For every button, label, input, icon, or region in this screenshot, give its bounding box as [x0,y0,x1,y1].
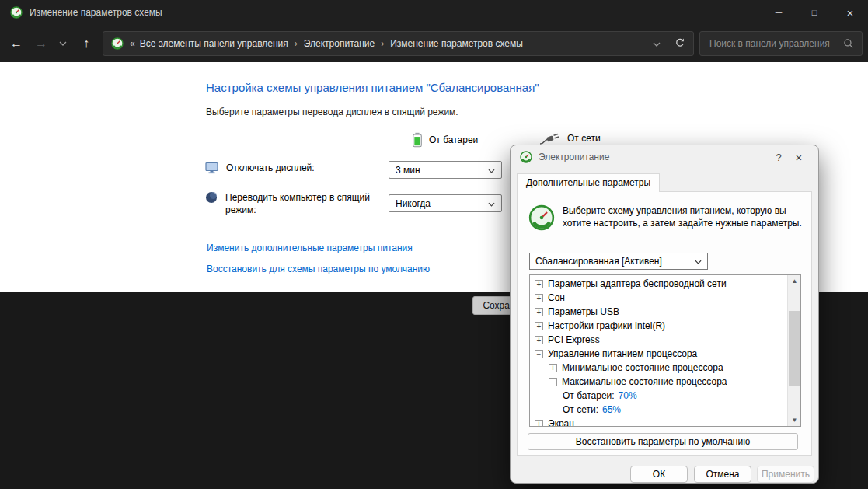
scroll-up-icon[interactable]: ▲ [788,275,801,287]
window-title: Изменение параметров схемы [30,7,162,18]
power-meter-icon [528,204,555,231]
tree-item-processor-power[interactable]: − Управление питанием процессора [530,347,800,361]
tree-item-on-battery-setting[interactable]: От батареи: 70% [530,389,800,403]
tree-item-plugged-in-setting[interactable]: От сети: 65% [530,403,800,417]
expand-icon[interactable]: + [535,420,543,428]
plugged-in-column-header: От сети [539,131,601,145]
apply-button[interactable]: Применить [757,466,814,483]
turn-off-display-label: Отключать дисплей: [226,162,315,174]
minimize-button[interactable]: ─ [761,0,797,25]
breadcrumb-segment-control-panel[interactable]: Все элементы панели управления [140,38,288,49]
up-button[interactable]: ↑ [75,31,98,56]
scrollbar-thumb[interactable] [789,311,800,386]
tab-advanced-settings[interactable]: Дополнительные параметры [517,173,660,192]
on-battery-value[interactable]: 70% [619,390,637,401]
expand-icon[interactable]: + [535,308,543,316]
select-chevron-icon [695,256,702,267]
tree-item-wireless-adapter[interactable]: + Параметры адаптера беспроводной сети [530,277,800,291]
turn-off-display-value: 3 мин [396,165,420,176]
expand-icon[interactable]: + [535,280,543,288]
refresh-icon[interactable] [675,37,685,51]
help-button[interactable]: ? [769,152,789,163]
sleep-value: Никогда [396,198,431,209]
select-chevron-icon [488,165,495,176]
forward-button[interactable]: → [30,31,53,56]
close-button[interactable]: × [832,0,868,25]
tree-item-label: Минимальное состояние процессора [562,362,723,373]
breadcrumb-separator-icon: › [295,38,298,49]
breadcrumb-segment-edit-plan[interactable]: Изменение параметров схемы [390,38,523,49]
collapse-icon[interactable]: − [535,350,543,358]
turn-off-display-select[interactable]: 3 мин [389,161,502,179]
tree-item-label: От сети: [563,404,598,415]
search-input[interactable] [708,37,843,50]
maximize-button[interactable]: □ [797,0,832,25]
tree-item-max-processor-state[interactable]: − Максимальное состояние процессора [530,375,800,389]
select-chevron-icon [488,198,495,209]
power-options-icon [520,151,532,163]
dialog-title: Электропитание [539,152,609,162]
sleep-label: Переводить компьютер в спящий режим: [225,191,385,216]
restore-plan-defaults-button[interactable]: Восстановить параметры по умолчанию [528,433,798,450]
expand-icon[interactable]: + [535,294,543,302]
window-titlebar: Изменение параметров схемы ─ □ × [0,0,868,25]
plug-icon [539,131,561,145]
tree-item-label: Настройки графики Intel(R) [548,320,665,331]
tree-item-display[interactable]: + Экран [530,417,800,427]
turn-off-display-row: Отключать дисплей: [205,162,315,174]
on-battery-label: От батареи [429,134,478,145]
tree-item-label: Сон [548,292,565,303]
recent-pages-chevron-icon[interactable] [54,31,71,56]
plugged-in-value[interactable]: 65% [602,404,621,415]
tree-item-label: От батареи: [563,390,615,401]
address-dropdown-chevron-icon[interactable] [653,38,661,49]
restore-default-settings-link[interactable]: Восстановить для схемы параметры по умол… [207,264,430,274]
ok-button[interactable]: ОК [630,466,688,483]
on-battery-column-header: От батареи [412,131,478,148]
search-icon[interactable] [843,38,854,49]
tree-item-min-processor-state[interactable]: + Минимальное состояние процессора [530,361,800,375]
expand-icon[interactable]: + [535,336,543,344]
tree-item-label: Параметры адаптера беспроводной сети [548,278,727,289]
tree-item-label: Экран [548,418,574,427]
advanced-power-settings-link[interactable]: Изменить дополнительные параметры питани… [207,243,413,253]
dialog-description: Выберите схему управления питанием, кото… [563,204,804,229]
display-icon [205,162,218,174]
sleep-row: Переводить компьютер в спящий режим: [205,191,385,216]
dialog-close-button[interactable]: × [789,151,809,164]
power-scheme-select[interactable]: Сбалансированная [Активен] [529,253,708,270]
breadcrumb-collapse-chevron[interactable]: « [130,38,135,49]
plugged-in-label: От сети [567,133,601,144]
tree-item-label: Управление питанием процессора [548,348,697,359]
tree-item-usb[interactable]: + Параметры USB [530,305,800,319]
breadcrumb-separator-icon: › [381,38,384,49]
scroll-down-icon[interactable]: ▼ [788,414,801,426]
power-options-icon [10,6,23,19]
advanced-settings-panel: Выберите схему управления питанием, кото… [517,191,812,456]
breadcrumb-segment-power-options[interactable]: Электропитание [304,38,375,49]
tree-scrollbar[interactable]: ▲ ▼ [787,275,800,426]
breadcrumb[interactable]: « Все элементы панели управления › Элект… [103,31,694,56]
advanced-settings-tree[interactable]: + Параметры адаптера беспроводной сети +… [529,274,801,427]
dialog-titlebar: Электропитание ? × [511,145,818,169]
tree-item-intel-graphics[interactable]: + Настройки графики Intel(R) [530,319,800,333]
expand-icon[interactable]: + [549,364,557,372]
page-subtitle: Выберите параметры перевода дисплея в сп… [206,107,458,117]
search-box[interactable] [699,31,863,56]
sleep-select[interactable]: Никогда [389,194,502,212]
cancel-button[interactable]: Отмена [694,466,751,483]
breadcrumb-page-icon [111,37,124,50]
power-options-dialog: Электропитание ? × Дополнительные параме… [510,145,819,484]
collapse-icon[interactable]: − [549,378,557,386]
expand-icon[interactable]: + [535,322,543,330]
sleep-icon [205,191,218,204]
tree-item-label: Максимальное состояние процессора [562,376,727,387]
tree-item-sleep[interactable]: + Сон [530,291,800,305]
tree-item-pci-express[interactable]: + PCI Express [530,333,800,347]
dialog-tabs: Дополнительные параметры [511,169,818,191]
page-title: Настройка схемы управления питанием "Сба… [206,81,539,94]
back-button[interactable]: ← [5,31,28,56]
battery-icon [412,131,423,148]
tree-item-label: Параметры USB [548,306,619,317]
power-scheme-value: Сбалансированная [Активен] [535,256,662,267]
